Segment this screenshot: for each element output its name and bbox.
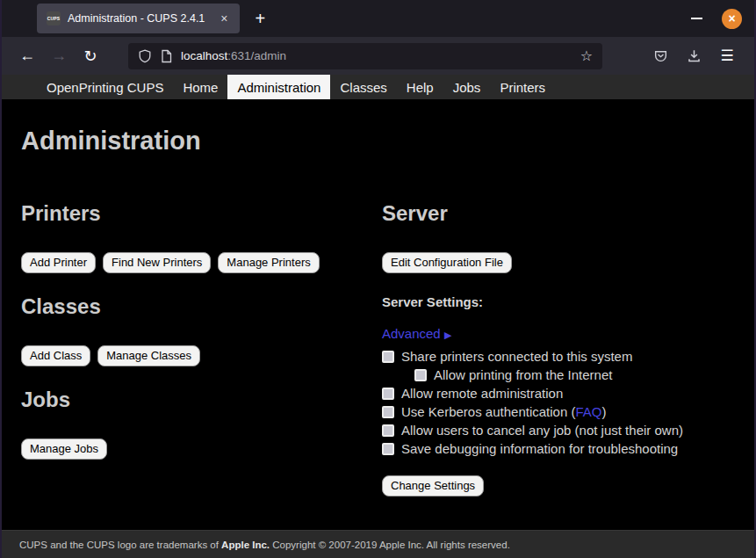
- debug-logging-label: Save debugging information for troublesh…: [401, 441, 678, 456]
- downloads-icon[interactable]: [680, 43, 707, 69]
- manage-printers-button[interactable]: Manage Printers: [218, 252, 319, 273]
- nav-item-jobs[interactable]: Jobs: [443, 75, 491, 99]
- nav-item-help[interactable]: Help: [397, 75, 443, 99]
- remote-admin-checkbox[interactable]: [382, 388, 394, 400]
- find-new-printers-button[interactable]: Find New Printers: [103, 252, 211, 273]
- server-settings-checkboxes: Share printers connected to this system …: [382, 347, 735, 458]
- bookmark-star-icon[interactable]: ☆: [580, 47, 593, 64]
- advanced-row: Advanced ▶: [382, 326, 735, 341]
- check-row-debug-logging: Save debugging information for troublesh…: [382, 439, 735, 458]
- cups-nav-bar: OpenPrinting CUPS Home Administration Cl…: [2, 75, 754, 99]
- reload-button[interactable]: ↻: [77, 43, 104, 69]
- cups-favicon-icon: CUPS: [47, 11, 61, 25]
- forward-button[interactable]: →: [46, 43, 72, 69]
- minimize-icon: [691, 18, 702, 19]
- nav-item-classes[interactable]: Classes: [330, 75, 396, 99]
- url-host: localhost: [181, 49, 227, 62]
- add-class-button[interactable]: Add Class: [21, 345, 90, 366]
- tab-close-icon[interactable]: ×: [219, 11, 229, 25]
- nav-item-openprinting-cups[interactable]: OpenPrinting CUPS: [37, 75, 173, 99]
- debug-logging-checkbox[interactable]: [382, 443, 394, 455]
- check-row-internet-printing: Allow printing from the Internet: [414, 366, 735, 384]
- menu-hamburger-icon[interactable]: ☰: [714, 43, 740, 69]
- page-content: Administration Printers Add Printer Find…: [2, 126, 754, 518]
- manage-jobs-button[interactable]: Manage Jobs: [21, 438, 107, 460]
- jobs-heading: Jobs: [21, 388, 382, 412]
- change-settings-button[interactable]: Change Settings: [382, 475, 484, 496]
- footer-text: CUPS and the CUPS logo are trademarks of…: [19, 540, 510, 550]
- change-settings-row: Change Settings: [382, 475, 735, 496]
- advanced-arrow-icon: ▶: [444, 330, 451, 340]
- nav-item-administration[interactable]: Administration: [227, 75, 330, 99]
- url-bar[interactable]: localhost:631/admin ☆: [128, 43, 602, 69]
- page-title: Administration: [21, 126, 735, 156]
- internet-printing-label: Allow printing from the Internet: [434, 367, 612, 382]
- printers-heading: Printers: [21, 201, 382, 226]
- pocket-icon[interactable]: [647, 43, 673, 69]
- remote-admin-label: Allow remote administration: [401, 386, 563, 401]
- left-column: Printers Add Printer Find New Printers M…: [21, 201, 382, 518]
- check-row-remote-admin: Allow remote administration: [382, 384, 735, 402]
- kerberos-checkbox[interactable]: [382, 406, 394, 418]
- toolbar-right-icons: ☰: [647, 43, 742, 69]
- advanced-link[interactable]: Advanced ▶: [382, 326, 451, 341]
- classes-heading: Classes: [21, 294, 382, 319]
- add-printer-button[interactable]: Add Printer: [21, 252, 96, 273]
- edit-configuration-file-button[interactable]: Edit Configuration File: [382, 252, 512, 273]
- page-info-icon[interactable]: [160, 49, 173, 63]
- cancel-any-job-checkbox[interactable]: [382, 424, 394, 437]
- nav-item-printers[interactable]: Printers: [490, 75, 555, 99]
- content-columns: Printers Add Printer Find New Printers M…: [21, 201, 735, 518]
- shield-icon[interactable]: [138, 49, 152, 63]
- tab-title: Administration - CUPS 2.4.1: [68, 12, 205, 25]
- window-close-button[interactable]: ×: [722, 9, 742, 29]
- nav-item-home[interactable]: Home: [173, 75, 227, 99]
- browser-window: CUPS Administration - CUPS 2.4.1 × + × ←…: [0, 0, 756, 558]
- kerberos-label: Use Kerberos authentication (FAQ): [401, 404, 606, 419]
- browser-tab[interactable]: CUPS Administration - CUPS 2.4.1 ×: [37, 4, 240, 33]
- new-tab-button[interactable]: +: [256, 9, 266, 29]
- manage-classes-button[interactable]: Manage Classes: [97, 345, 200, 366]
- jobs-buttons: Manage Jobs: [21, 438, 382, 460]
- back-button[interactable]: ←: [14, 43, 40, 69]
- check-row-cancel-any-job: Allow users to cancel any job (not just …: [382, 421, 735, 439]
- right-column: Server Edit Configuration File Server Se…: [382, 201, 735, 518]
- page-footer: CUPS and the CUPS logo are trademarks of…: [2, 530, 754, 558]
- browser-toolbar: ← → ↻ localhost:631/admin ☆ ☰: [2, 37, 754, 75]
- share-printers-checkbox[interactable]: [382, 351, 394, 363]
- internet-printing-checkbox[interactable]: [414, 369, 427, 381]
- apple-inc-text: Apple Inc.: [221, 540, 270, 550]
- url-text: localhost:631/admin: [181, 49, 286, 62]
- check-row-kerberos: Use Kerberos authentication (FAQ): [382, 402, 735, 421]
- server-settings-label: Server Settings:: [382, 294, 735, 309]
- cancel-any-job-label: Allow users to cancel any job (not just …: [401, 423, 683, 438]
- window-controls: ×: [685, 7, 754, 30]
- faq-link[interactable]: FAQ: [575, 404, 601, 419]
- titlebar: CUPS Administration - CUPS 2.4.1 × + ×: [2, 0, 754, 37]
- server-buttons: Edit Configuration File: [382, 252, 735, 273]
- share-printers-label: Share printers connected to this system: [401, 349, 632, 364]
- url-path: :631/admin: [227, 49, 286, 62]
- check-row-share-printers: Share printers connected to this system: [382, 347, 735, 366]
- minimize-button[interactable]: [685, 7, 708, 30]
- classes-buttons: Add Class Manage Classes: [21, 345, 382, 366]
- server-heading: Server: [382, 201, 735, 226]
- printers-buttons: Add Printer Find New Printers Manage Pri…: [21, 252, 382, 273]
